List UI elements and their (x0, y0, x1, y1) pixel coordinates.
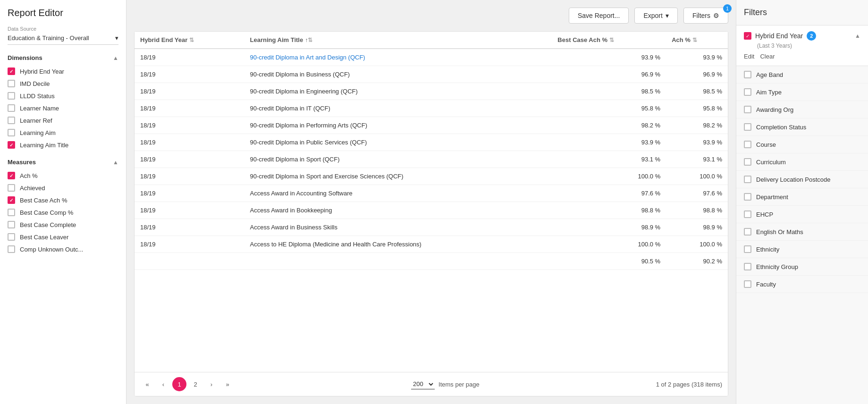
column-header-3: Ach %⇅ (666, 32, 728, 49)
filter-item-label-0: Age Band (756, 71, 783, 78)
dimensions-section: Dimensions ▲ Hybrid End YearIMD DecileLL… (8, 54, 118, 151)
dimension-checkbox-5[interactable] (8, 129, 15, 136)
pagination-page-1-button[interactable]: 1 (172, 377, 186, 391)
measure-item-5[interactable]: Best Case Leaver (8, 231, 118, 243)
sort-filter-icon[interactable]: ⇅ (609, 37, 614, 43)
filter-checkbox-5[interactable] (744, 158, 751, 166)
filter-checkbox-4[interactable] (744, 141, 751, 148)
export-button[interactable]: Export ▾ (634, 8, 677, 24)
dimension-item-3[interactable]: Learner Name (8, 102, 118, 114)
dimension-label-2: LLDD Status (20, 93, 55, 100)
filter-checkbox-7[interactable] (744, 193, 751, 201)
filter-checkbox-6[interactable] (744, 176, 751, 183)
filter-item-label-6: Delivery Location Postcode (756, 176, 831, 183)
dimension-checkbox-1[interactable] (8, 80, 15, 87)
datasource-selector[interactable]: Education & Training - Overall ▾ (8, 34, 118, 45)
filter-list-item-8[interactable]: EHCP (736, 206, 868, 223)
cell-ach-5: 93.9 % (666, 134, 728, 151)
pagination-controls: « ‹ 1 2 › » (140, 377, 235, 391)
sort-filter-icon[interactable]: ⇅ (189, 37, 194, 43)
pagination-last-button[interactable]: » (220, 377, 235, 391)
sort-icons-3[interactable]: ⇅ (692, 36, 697, 43)
cell-best-case-ach-11: 100.0 % (552, 236, 666, 253)
measures-header[interactable]: Measures ▲ (8, 159, 118, 166)
measure-checkbox-4[interactable] (8, 221, 15, 228)
measure-checkbox-2[interactable] (8, 196, 15, 204)
active-filter-label: Hybrid End Year (755, 32, 803, 40)
dimensions-header[interactable]: Dimensions ▲ (8, 54, 118, 61)
dimension-checkbox-2[interactable] (8, 92, 15, 100)
dimensions-list: Hybrid End YearIMD DecileLLDD StatusLear… (8, 65, 118, 151)
measure-item-2[interactable]: Best Case Ach % (8, 194, 118, 206)
sort-filter-icon[interactable]: ⇅ (308, 37, 312, 43)
table-row: 18/1990-credit Diploma in Performing Art… (135, 117, 728, 134)
dimension-checkbox-0[interactable] (8, 67, 15, 75)
filter-list-item-7[interactable]: Department (736, 188, 868, 206)
filter-checkbox-9[interactable] (744, 228, 751, 236)
cell-best-case-ach-5: 93.9 % (552, 134, 666, 151)
pagination-first-button[interactable]: « (140, 377, 154, 391)
sort-icons-2[interactable]: ⇅ (609, 36, 614, 43)
filter-list-item-2[interactable]: Awarding Org (736, 101, 868, 118)
datasource-chevron-icon: ▾ (115, 34, 118, 42)
filter-checkbox-8[interactable] (744, 210, 751, 218)
filter-list-item-0[interactable]: Age Band (736, 66, 868, 84)
cell-ach-6: 93.1 % (666, 151, 728, 168)
sort-icons-0[interactable]: ⇅ (189, 36, 194, 43)
filter-list-item-4[interactable]: Course (736, 136, 868, 153)
dimension-item-0[interactable]: Hybrid End Year (8, 65, 118, 77)
filter-list-item-12[interactable]: Faculty (736, 276, 868, 293)
dimension-item-4[interactable]: Learner Ref (8, 114, 118, 126)
cell-ach-10: 98.9 % (666, 219, 728, 236)
sort-icons-1[interactable]: ↑⇅ (305, 36, 312, 43)
filter-list-item-10[interactable]: Ethnicity (736, 241, 868, 258)
dimension-checkbox-3[interactable] (8, 104, 15, 112)
measure-item-0[interactable]: Ach % (8, 169, 118, 182)
measure-checkbox-5[interactable] (8, 233, 15, 241)
active-filter-header: ✓ Hybrid End Year 2 ▲ (744, 31, 860, 41)
pagination-prev-button[interactable]: ‹ (156, 377, 170, 391)
pagination-next-button[interactable]: › (204, 377, 219, 391)
measure-item-1[interactable]: Achieved (8, 182, 118, 194)
measure-item-3[interactable]: Best Case Comp % (8, 206, 118, 219)
measure-checkbox-3[interactable] (8, 209, 15, 216)
items-per-page-select[interactable]: 200 50 100 (411, 379, 435, 389)
filter-checkbox-10[interactable] (744, 245, 751, 253)
filter-item-label-7: Department (756, 194, 788, 201)
dimension-item-1[interactable]: IMD Decile (8, 77, 118, 90)
active-filter-checkbox-checked[interactable]: ✓ (744, 32, 751, 40)
filters-button[interactable]: Filters ⚙ 1 (683, 8, 728, 24)
filter-list-item-11[interactable]: Ethnicity Group (736, 258, 868, 276)
filter-list-item-1[interactable]: Aim Type (736, 84, 868, 101)
filter-list-item-3[interactable]: Completion Status (736, 118, 868, 136)
table-scroll-area[interactable]: Hybrid End Year⇅Learning Aim Title↑⇅Best… (135, 32, 728, 372)
filter-checkbox-11[interactable] (744, 263, 751, 270)
filter-checkbox-0[interactable] (744, 71, 751, 78)
measure-item-4[interactable]: Best Case Complete (8, 219, 118, 231)
filter-list-item-5[interactable]: Curriculum (736, 153, 868, 171)
filter-edit-button[interactable]: Edit (744, 53, 754, 60)
measure-checkbox-1[interactable] (8, 184, 15, 192)
dimension-checkbox-4[interactable] (8, 117, 15, 124)
filter-checkbox-12[interactable] (744, 280, 751, 288)
filter-checkbox-3[interactable] (744, 123, 751, 131)
filter-list-item-9[interactable]: English Or Maths (736, 223, 868, 241)
measure-checkbox-0[interactable] (8, 172, 15, 179)
dimension-checkbox-6[interactable] (8, 141, 15, 149)
filter-checkbox-1[interactable] (744, 88, 751, 96)
table-row: 18/1990-credit Diploma in Sport (QCF)93.… (135, 151, 728, 168)
measure-item-6[interactable]: Comp Unknown Outc... (8, 243, 118, 255)
filter-clear-button[interactable]: Clear (760, 53, 775, 60)
filter-checkbox-2[interactable] (744, 106, 751, 113)
dimension-item-5[interactable]: Learning Aim (8, 126, 118, 139)
save-report-button[interactable]: Save Report... (569, 8, 629, 24)
pagination-page-2-button[interactable]: 2 (188, 377, 202, 391)
sort-filter-icon[interactable]: ⇅ (692, 37, 697, 43)
dimension-item-6[interactable]: Learning Aim Title (8, 139, 118, 151)
cell-ach-3: 95.8 % (666, 100, 728, 117)
dimension-item-2[interactable]: LLDD Status (8, 90, 118, 102)
measure-checkbox-6[interactable] (8, 245, 15, 253)
filter-list-item-6[interactable]: Delivery Location Postcode (736, 171, 868, 188)
dimension-label-6: Learning Aim Title (20, 142, 68, 149)
cell-learning-aim-2: 90-credit Diploma in Engineering (QCF) (244, 83, 552, 100)
